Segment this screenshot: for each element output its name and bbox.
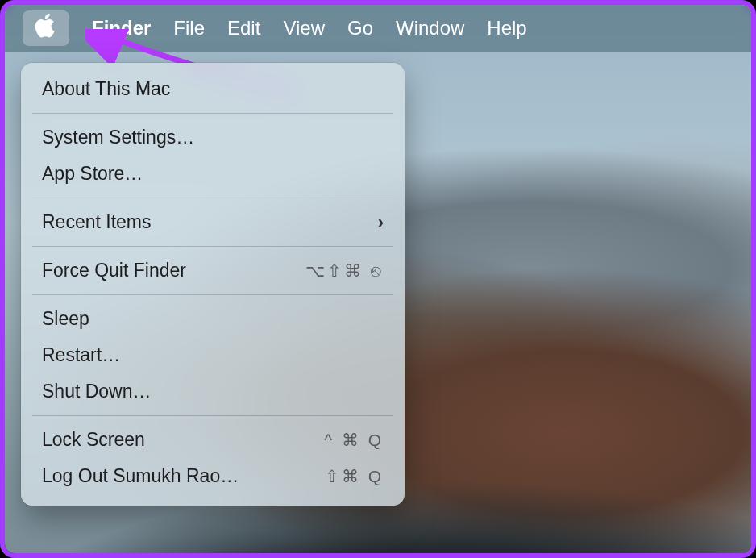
menu-item-sleep[interactable]: Sleep [21,301,405,337]
keyboard-shortcut: ⇧⌘ Q [325,467,384,486]
menubar-item-app[interactable]: Finder [92,17,151,40]
label: Sleep [42,308,89,330]
menu-separator [32,246,393,247]
menubar-item-file[interactable]: File [173,17,205,40]
menubar: Finder File Edit View Go Window Help [5,5,751,52]
menu-item-app-store[interactable]: App Store… [21,156,405,192]
apple-logo-icon [35,14,57,43]
menu-item-lock-screen[interactable]: Lock Screen ^ ⌘ Q [21,422,405,458]
menu-separator [32,415,393,416]
menu-item-about[interactable]: About This Mac [21,71,405,107]
menu-separator [32,113,393,114]
apple-menu-button[interactable] [23,10,69,46]
label: Recent Items [42,211,152,233]
label: Lock Screen [42,429,145,451]
menu-item-restart[interactable]: Restart… [21,337,405,373]
menubar-item-go[interactable]: Go [347,17,373,40]
label: Shut Down… [42,381,152,402]
menu-item-system-settings[interactable]: System Settings… [21,119,405,156]
chevron-right-icon: › [378,212,384,233]
menu-separator [32,198,393,198]
label: Force Quit Finder [42,260,186,281]
menu-item-force-quit[interactable]: Force Quit Finder ⌥⇧⌘ ⎋ [21,252,405,289]
menubar-item-help[interactable]: Help [487,17,526,40]
menu-item-shut-down[interactable]: Shut Down… [21,373,405,410]
menu-separator [32,294,393,295]
menubar-item-window[interactable]: Window [396,17,464,40]
keyboard-shortcut: ⌥⇧⌘ ⎋ [305,261,384,281]
apple-menu-dropdown: About This Mac System Settings… App Stor… [21,63,405,506]
label: About This Mac [42,78,170,100]
keyboard-shortcut: ^ ⌘ Q [324,431,384,450]
label: System Settings… [42,127,194,148]
label: App Store… [42,163,143,185]
screenshot-frame: Finder File Edit View Go Window Help Abo… [0,0,756,558]
menu-item-log-out[interactable]: Log Out Sumukh Rao… ⇧⌘ Q [21,458,405,494]
menubar-item-view[interactable]: View [283,17,325,40]
menubar-item-edit[interactable]: Edit [227,17,260,40]
label: Log Out Sumukh Rao… [42,465,239,487]
label: Restart… [42,344,120,366]
menu-item-recent-items[interactable]: Recent Items › [21,204,405,240]
